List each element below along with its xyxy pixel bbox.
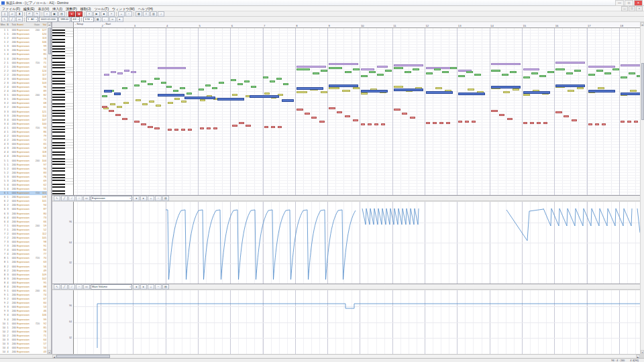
midi-note-green[interactable] [621, 76, 627, 78]
menu-item[interactable]: 表示(V) [38, 7, 50, 11]
undo-icon[interactable]: ↶ [26, 11, 33, 17]
midi-note-blue[interactable] [158, 94, 184, 97]
midi-note-red[interactable] [621, 121, 625, 123]
midi-note-green[interactable] [353, 68, 360, 70]
midi-note-green[interactable] [413, 68, 419, 70]
prev-cc-icon[interactable]: ◂ [133, 284, 140, 290]
midi-note-red[interactable] [465, 121, 469, 123]
midi-note-green[interactable] [231, 79, 236, 81]
midi-note-red[interactable] [543, 122, 547, 124]
menu-item[interactable]: 移動(J) [80, 7, 91, 11]
midi-note-yellow[interactable] [577, 87, 584, 89]
mdi-maximize-button[interactable]: □ [629, 6, 635, 11]
midi-note-red[interactable] [368, 123, 372, 125]
midi-note-red[interactable] [337, 111, 342, 113]
midi-note-yellow[interactable] [142, 103, 148, 105]
midi-note-yellow[interactable] [174, 98, 180, 100]
piano-roll-icon[interactable]: ▦ [136, 11, 142, 17]
midi-note-blue[interactable] [523, 91, 550, 94]
midi-note-blue[interactable] [217, 98, 244, 101]
midi-note-green[interactable] [531, 72, 538, 74]
scroll-thumb[interactable] [48, 27, 51, 54]
midi-note-purple[interactable] [111, 71, 116, 73]
midi-note-green[interactable] [385, 70, 392, 72]
lane-settings-icon[interactable]: ▤ [162, 284, 169, 290]
midi-note-green[interactable] [154, 78, 160, 80]
midi-note-green[interactable] [539, 75, 546, 77]
remove-lane-icon[interactable]: − [155, 284, 162, 290]
midi-note-yellow[interactable] [513, 88, 519, 90]
midi-note-purple[interactable] [588, 66, 615, 68]
midi-note-yellow[interactable] [117, 106, 122, 108]
midi-note-green[interactable] [612, 68, 619, 70]
forward-icon[interactable]: » [108, 11, 115, 17]
midi-note-red[interactable] [353, 119, 358, 121]
midi-note-red[interactable] [271, 126, 275, 128]
midi-note-purple[interactable] [523, 68, 539, 70]
piano-keyboard[interactable] [52, 28, 74, 195]
midi-note-green[interactable] [369, 71, 376, 73]
eraser-tool-icon[interactable]: ▭ [16, 17, 23, 22]
midi-note-green[interactable] [141, 80, 146, 82]
midi-note-red[interactable] [188, 129, 192, 131]
record-icon[interactable]: ● [68, 11, 75, 17]
midi-note-red[interactable] [102, 106, 107, 108]
midi-note-blue[interactable] [588, 90, 615, 93]
midi-note-green[interactable] [377, 74, 384, 76]
midi-note-blue[interactable] [297, 87, 323, 90]
midi-note-red[interactable] [134, 121, 140, 123]
rewind-icon[interactable]: « [86, 11, 93, 17]
midi-note-green[interactable] [588, 74, 595, 76]
midi-note-blue[interactable] [282, 99, 294, 102]
cc-selector[interactable]: Main Volume▾ [91, 284, 132, 290]
new-file-icon[interactable]: ▯ [1, 11, 8, 17]
midi-note-green[interactable] [547, 71, 554, 73]
midi-note-red[interactable] [507, 118, 513, 120]
midi-note-green[interactable] [394, 67, 403, 69]
midi-note-green[interactable] [134, 84, 140, 86]
menu-item[interactable]: ウィンドウ(W) [112, 7, 135, 11]
midi-note-blue[interactable] [491, 86, 521, 88]
midi-note-yellow[interactable] [598, 87, 604, 89]
midi-note-green[interactable] [276, 78, 282, 80]
midi-note-red[interactable] [154, 127, 160, 129]
midi-note-yellow[interactable] [342, 90, 350, 92]
midi-note-yellow[interactable] [110, 103, 115, 105]
line-tool-icon[interactable]: ∕ [68, 284, 75, 290]
midi-note-red[interactable] [109, 110, 114, 112]
midi-note-red[interactable] [402, 113, 407, 115]
midi-note-green[interactable] [523, 76, 530, 78]
midi-note-purple[interactable] [124, 70, 129, 72]
midi-note-green[interactable] [434, 68, 441, 70]
midi-note-green[interactable] [361, 75, 368, 77]
midi-note-red[interactable] [491, 110, 498, 112]
midi-note-purple[interactable] [361, 68, 374, 70]
midi-note-red[interactable] [361, 123, 365, 125]
midi-note-green[interactable] [450, 67, 457, 69]
midi-note-green[interactable] [313, 72, 319, 74]
midi-note-yellow[interactable] [123, 102, 129, 104]
midi-note-red[interactable] [141, 123, 146, 125]
eraser-tool-icon[interactable]: ▭ [83, 284, 90, 290]
midi-note-red[interactable] [213, 127, 217, 129]
menu-item[interactable]: 挿入(I) [52, 7, 62, 11]
midi-note-red[interactable] [426, 122, 430, 124]
midi-note-green[interactable] [329, 67, 342, 69]
midi-note-purple[interactable] [377, 66, 388, 68]
midi-note-red[interactable] [523, 122, 527, 124]
midi-note-yellow[interactable] [181, 101, 186, 103]
menu-item[interactable]: ヘルプ(H) [138, 7, 153, 11]
midi-note-blue[interactable] [555, 84, 585, 87]
midi-note-red[interactable] [439, 122, 443, 124]
midi-note-yellow[interactable] [468, 88, 474, 90]
midi-note-green[interactable] [321, 70, 327, 72]
meter-selector[interactable]: 4/4▾ [71, 17, 80, 22]
midi-note-purple[interactable] [555, 62, 585, 64]
midi-note-purple[interactable] [621, 64, 640, 66]
midi-note-green[interactable] [491, 70, 500, 72]
midi-note-green[interactable] [596, 70, 603, 72]
scroll-down-button[interactable]: ▼ [641, 350, 644, 354]
midi-note-green[interactable] [466, 71, 473, 73]
midi-note-yellow[interactable] [156, 105, 161, 107]
midi-note-red[interactable] [345, 115, 350, 117]
